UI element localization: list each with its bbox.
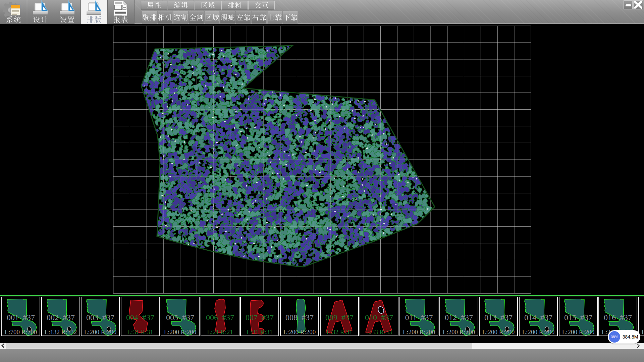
svg-text:L:700 R:700: L:700 R:700 xyxy=(5,328,37,336)
svg-text:012_#37: 012_#37 xyxy=(445,313,473,322)
svg-text:L:200 R:200: L:200 R:200 xyxy=(283,328,316,336)
svg-text:014_#37: 014_#37 xyxy=(524,313,552,322)
svg-text:L:32 R:31: L:32 R:31 xyxy=(326,328,353,336)
svg-text:L:21 R:21: L:21 R:21 xyxy=(207,328,233,336)
svg-text:L:200 R:200: L:200 R:200 xyxy=(403,328,435,336)
svg-text:016_#37: 016_#37 xyxy=(604,313,632,322)
svg-text:009_#37: 009_#37 xyxy=(325,313,354,322)
svg-text:L:33 R:33: L:33 R:33 xyxy=(366,328,392,336)
svg-text:L:200 R:200: L:200 R:200 xyxy=(443,328,475,336)
svg-text:L:200 R:200: L:200 R:200 xyxy=(84,328,117,336)
svg-text:L:132 R:132: L:132 R:132 xyxy=(45,328,77,336)
svg-text:001_#37: 001_#37 xyxy=(7,313,35,322)
svg-text:L:31 R:31: L:31 R:31 xyxy=(247,328,273,336)
svg-text:L:200 R:200: L:200 R:200 xyxy=(164,328,197,336)
svg-text:003_#37: 003_#37 xyxy=(86,313,114,322)
svg-text:L:31 R:31: L:31 R:31 xyxy=(127,328,153,336)
svg-text:011_#37: 011_#37 xyxy=(405,313,433,322)
svg-text:013_#37: 013_#37 xyxy=(484,313,513,322)
svg-text:005_#37: 005_#37 xyxy=(166,313,194,322)
svg-text:015_#37: 015_#37 xyxy=(564,313,592,322)
svg-text:L:200 R:200: L:200 R:200 xyxy=(562,328,595,336)
svg-text:008_#37: 008_#37 xyxy=(285,313,314,322)
svg-text:004_#37: 004_#37 xyxy=(126,313,154,322)
svg-text:002_#37: 002_#37 xyxy=(47,313,75,322)
svg-text:L:200 R:200: L:200 R:200 xyxy=(522,328,555,336)
svg-text:006_#37: 006_#37 xyxy=(206,313,234,322)
svg-text:L:200 R:200: L:200 R:200 xyxy=(482,328,515,336)
svg-text:010_#37: 010_#37 xyxy=(365,313,393,322)
svg-text:L:200 R:200: L:200 R:200 xyxy=(642,328,644,336)
svg-text:007_#37: 007_#37 xyxy=(246,313,274,322)
